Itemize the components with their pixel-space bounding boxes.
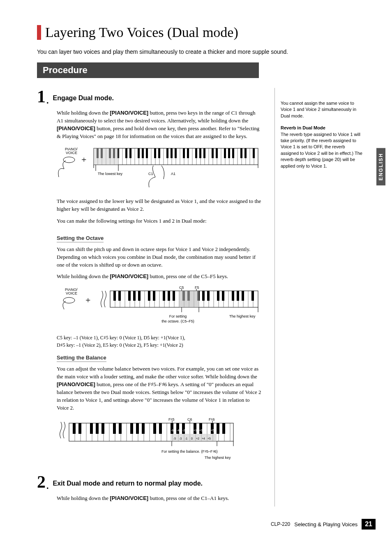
title-accent-bar: [37, 25, 41, 40]
diagram-octave: PIANO/ VOICE +: [57, 285, 262, 330]
svg-rect-171: [130, 423, 133, 434]
piano-voice-label2: VOICE: [66, 151, 77, 155]
svg-rect-121: [202, 291, 205, 301]
octave-heading: Setting the Octave: [57, 235, 104, 242]
svg-text:+5: +5: [211, 429, 214, 432]
step1-body: While holding down the [PIANO/VOICE] but…: [57, 109, 262, 140]
octave-caption-2: the octave. (C5–F5): [161, 319, 194, 323]
octave-body: You can shift the pitch up and down in o…: [57, 246, 262, 269]
svg-text:-1: -1: [185, 437, 187, 440]
svg-rect-54: [158, 148, 160, 158]
svg-rect-50: [138, 148, 140, 158]
svg-rect-48: [125, 148, 127, 158]
step-2-header: 2 . Exit Dual mode and return to normal …: [37, 473, 262, 491]
svg-rect-179: [194, 423, 196, 434]
svg-rect-57: [175, 148, 177, 158]
svg-rect-166: [90, 423, 93, 434]
svg-rect-49: [129, 148, 131, 158]
svg-point-76: [63, 297, 75, 303]
svg-rect-114: [153, 291, 155, 301]
svg-rect-165: [78, 423, 81, 434]
svg-rect-60: [195, 148, 197, 158]
text: While holding down the: [57, 495, 110, 501]
svg-rect-109: [118, 291, 121, 301]
svg-rect-115: [163, 291, 165, 301]
svg-rect-70: [253, 148, 255, 158]
svg-point-0: [63, 157, 75, 163]
svg-rect-180: [199, 423, 202, 434]
c6-label: C6: [187, 417, 192, 421]
svg-rect-116: [168, 291, 170, 301]
lowest-key-label: The lowest key: [98, 172, 123, 176]
svg-rect-182: [217, 423, 219, 434]
svg-text:+: +: [85, 295, 90, 305]
text: You can adjust the volume balance betwee…: [57, 366, 258, 380]
svg-rect-170: [119, 423, 122, 434]
c1-label: C1: [148, 172, 153, 176]
highest-key-label: The highest key: [205, 456, 231, 460]
text: button, press one of the C5–F5 keys.: [148, 273, 228, 279]
svg-rect-56: [171, 148, 173, 158]
button-ref: [PIANO/VOICE]: [57, 125, 95, 131]
svg-rect-66: [228, 148, 230, 158]
svg-rect-71: [94, 148, 118, 165]
svg-rect-53: [154, 148, 156, 158]
button-ref: [PIANO/VOICE]: [110, 495, 148, 501]
svg-rect-62: [203, 148, 205, 158]
plus-icon: +: [81, 154, 86, 165]
c5-label: C5: [179, 286, 184, 290]
voice-designation-note: The voice assigned to the lower key will…: [57, 198, 262, 213]
section-label: Selecting & Playing Voices: [294, 521, 357, 527]
svg-rect-169: [113, 423, 116, 434]
svg-rect-52: [146, 148, 148, 158]
title-row: Layering Two Voices (Dual mode): [37, 25, 363, 40]
svg-rect-174: [153, 423, 156, 434]
svg-rect-168: [101, 423, 104, 434]
svg-text:-3: -3: [179, 437, 182, 440]
balance-heading: Setting the Balance: [57, 355, 106, 362]
svg-rect-176: [171, 423, 173, 434]
page-content: Layering Two Voices (Dual mode) You can …: [0, 25, 392, 507]
svg-rect-61: [199, 148, 201, 158]
svg-rect-64: [216, 148, 218, 158]
side-body: The reverb type assigned to Voice 1 will…: [281, 132, 362, 168]
step-dot: .: [46, 95, 49, 106]
svg-rect-58: [183, 148, 185, 158]
f5-label: F5: [195, 286, 199, 290]
main-column: 1 . Engage Dual mode. While holding down…: [37, 88, 262, 507]
page-footer: CLP-220 Selecting & Playing Voices 21: [0, 507, 392, 530]
svg-rect-128: [251, 291, 254, 301]
svg-rect-125: [232, 291, 234, 301]
step-number: 2: [37, 473, 46, 491]
procedure-heading: Procedure: [37, 62, 259, 78]
diagram-engage-dual: PIANO/ VOICE +: [57, 144, 262, 193]
svg-rect-110: [128, 291, 131, 301]
svg-rect-181: [211, 423, 214, 434]
svg-rect-69: [244, 148, 247, 158]
svg-rect-112: [138, 291, 141, 301]
octave-instruction: While holding down the [PIANO/VOICE] but…: [57, 273, 262, 281]
svg-rect-68: [240, 148, 242, 158]
svg-rect-65: [224, 148, 226, 158]
svg-rect-123: [217, 291, 219, 301]
svg-rect-111: [133, 291, 136, 301]
settings-intro: You can make the following settings for …: [57, 217, 262, 225]
text: While holding down the: [57, 110, 110, 116]
step-title: Exit Dual mode and return to normal play…: [53, 480, 203, 487]
svg-rect-127: [242, 291, 244, 301]
svg-rect-178: [182, 423, 185, 434]
button-ref: [PIANO/VOICE]: [110, 273, 148, 279]
svg-rect-172: [136, 423, 139, 434]
svg-rect-126: [237, 291, 239, 301]
page-title: Layering Two Voices (Dual mode): [45, 25, 238, 40]
svg-text:-4: -4: [177, 429, 179, 432]
button-ref: [PIANO/VOICE]: [110, 110, 148, 116]
svg-rect-177: [176, 423, 179, 434]
svg-rect-117: [173, 291, 175, 301]
legend-line: D♯5 key: –1 (Voice 2), E5 key: 0 (Voice …: [57, 341, 262, 349]
svg-text:0: 0: [191, 437, 193, 440]
svg-text:-2: -2: [182, 429, 185, 432]
side-column: You cannot assign the same voice to Voic…: [274, 88, 363, 507]
svg-rect-67: [232, 148, 234, 158]
svg-rect-173: [142, 423, 145, 434]
